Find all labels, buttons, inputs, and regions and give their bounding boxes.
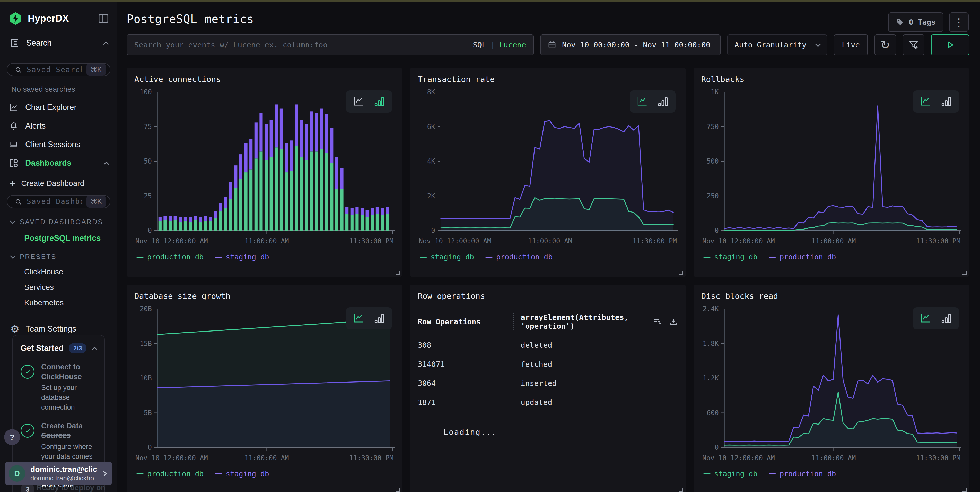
legend-swatch: [420, 257, 427, 257]
sidebar: HyperDX Search ⌘K No saved searches: [0, 2, 117, 492]
sidebar-item-services[interactable]: Services: [7, 276, 110, 292]
bar-chart-icon[interactable]: [940, 313, 952, 324]
sidebar-collapse-icon[interactable]: [97, 13, 110, 24]
svg-text:1K: 1K: [711, 88, 719, 96]
table-row[interactable]: 1871updated: [418, 398, 678, 407]
table-row[interactable]: 314071fetched: [418, 360, 678, 369]
tags-button[interactable]: 0 Tags: [888, 12, 943, 32]
progress-badge: 2/3: [69, 343, 86, 353]
saved-searches-input[interactable]: ⌘K: [7, 63, 110, 76]
svg-text:1.2K: 1.2K: [703, 374, 719, 382]
event-search-box[interactable]: SQL | Lucene: [127, 34, 534, 55]
event-search-input[interactable]: [134, 40, 469, 49]
get-started-item-connect[interactable]: Connect to ClickHouse Set up your databa…: [21, 362, 97, 412]
table-cell-count: 314071: [418, 360, 513, 369]
saved-dashboards-section[interactable]: SAVED DASHBOARDS: [7, 208, 110, 226]
sidebar-item-chart-explorer[interactable]: Chart Explorer: [7, 98, 110, 117]
granularity-select[interactable]: Auto Granularity: [727, 34, 827, 55]
sidebar-item-client-sessions[interactable]: Client Sessions: [7, 135, 110, 154]
table-row[interactable]: 308deleted: [418, 341, 678, 350]
resize-handle[interactable]: [396, 271, 400, 275]
svg-text:Nov 10 12:00:00 AM: Nov 10 12:00:00 AM: [419, 237, 491, 245]
table-card-row-operations: Row operations Row Operations arrayEleme…: [410, 284, 686, 492]
svg-text:0: 0: [148, 227, 152, 235]
bar-chart-icon[interactable]: [940, 96, 952, 107]
legend-item[interactable]: staging_db: [215, 253, 269, 261]
top-actions: 0 Tags ⋮: [888, 12, 969, 32]
main-content: PostgreSQL metrics 0 Tags ⋮ SQL | Lucene: [117, 2, 980, 492]
legend-item[interactable]: production_db: [769, 470, 836, 478]
legend-item[interactable]: staging_db: [703, 470, 758, 478]
table-column-count[interactable]: Row Operations: [418, 317, 513, 326]
line-chart-icon[interactable]: [353, 96, 365, 107]
svg-text:15B: 15B: [140, 340, 152, 348]
saved-dashboards-input[interactable]: ⌘K: [7, 195, 110, 208]
chart-type-toggle: [346, 307, 392, 329]
sidebar-item-dashboards[interactable]: Dashboards: [7, 154, 110, 173]
presets-section[interactable]: PRESETS: [7, 243, 110, 261]
table-body: 308deleted314071fetched3064inserted1871u…: [418, 341, 678, 407]
legend-item[interactable]: production_db: [485, 253, 552, 261]
live-button[interactable]: Live: [834, 34, 868, 55]
sidebar-item-search[interactable]: Search: [0, 34, 117, 55]
user-email: dominic.tran@clickho...: [30, 474, 97, 482]
svg-text:5B: 5B: [144, 409, 152, 417]
line-chart-icon[interactable]: [920, 313, 932, 324]
saved-dashboards-field[interactable]: [27, 197, 82, 206]
bar-chart-icon[interactable]: [657, 96, 669, 107]
check-circle-icon: [21, 424, 35, 438]
bar-chart-icon[interactable]: [374, 313, 385, 324]
resize-handle[interactable]: [679, 488, 683, 492]
get-started-header[interactable]: Get Started 2/3: [21, 343, 97, 353]
bar-chart-icon[interactable]: [374, 96, 385, 107]
line-chart-icon[interactable]: [920, 96, 932, 107]
svg-text:100: 100: [140, 88, 152, 96]
svg-text:50: 50: [144, 157, 152, 165]
date-range-picker[interactable]: Nov 10 00:00:00 - Nov 11 00:00:00: [541, 34, 721, 55]
sidebar-item-clickhouse[interactable]: ClickHouse: [7, 261, 110, 276]
line-chart-icon[interactable]: [636, 96, 648, 107]
resize-handle[interactable]: [396, 488, 400, 492]
legend-label: production_db: [147, 470, 204, 478]
svg-text:4K: 4K: [427, 157, 436, 165]
table-cell-operation: updated: [513, 398, 678, 407]
svg-text:750: 750: [707, 123, 719, 131]
resize-handle[interactable]: [963, 271, 967, 275]
dashboard-menu-button[interactable]: ⋮: [949, 12, 969, 32]
legend-item[interactable]: staging_db: [703, 253, 758, 261]
search-icon: [14, 66, 22, 73]
app-title: HyperDX: [28, 13, 69, 24]
saved-searches-field[interactable]: [27, 65, 82, 74]
help-button[interactable]: ?: [4, 429, 20, 445]
sql-toggle[interactable]: SQL: [473, 40, 486, 49]
legend-item[interactable]: production_db: [137, 253, 204, 261]
chevron-up-icon[interactable]: [104, 161, 109, 167]
download-icon[interactable]: [669, 317, 678, 326]
chevron-up-icon[interactable]: [103, 41, 108, 46]
chevron-up-icon[interactable]: [92, 347, 97, 352]
filter-button[interactable]: [903, 34, 924, 55]
sidebar-item-postgresql-metrics[interactable]: PostgreSQL metrics: [7, 226, 110, 243]
table-row[interactable]: 3064inserted: [418, 379, 678, 388]
line-chart-icon[interactable]: [353, 313, 365, 324]
table-column-operation[interactable]: arrayElement(Attributes, 'operation'): [513, 313, 647, 331]
legend-item[interactable]: staging_db: [215, 470, 269, 478]
refresh-button[interactable]: ↻: [875, 34, 896, 55]
create-dashboard-button[interactable]: + Create Dashboard: [7, 173, 110, 195]
legend-item[interactable]: production_db: [769, 253, 836, 261]
dashboard-grid: Active connections 0255075100Nov 10 12:0…: [127, 68, 969, 492]
sidebar-item-alerts[interactable]: Alerts: [7, 117, 110, 135]
sort-columns-icon[interactable]: [652, 317, 662, 326]
step-title: Create Data Sources: [41, 421, 97, 441]
run-query-button[interactable]: [931, 34, 969, 55]
sidebar-item-kubernetes[interactable]: Kubernetes: [7, 292, 110, 307]
sidebar-item-team-settings[interactable]: ⚙ Team Settings: [7, 307, 110, 335]
resize-handle[interactable]: [679, 271, 683, 275]
user-menu[interactable]: D dominic.tran@clic... dominic.tran@clic…: [5, 462, 113, 485]
lucene-toggle[interactable]: Lucene: [499, 40, 526, 49]
no-saved-searches-text: No saved searches: [7, 76, 110, 98]
resize-handle[interactable]: [963, 488, 967, 492]
legend-item[interactable]: production_db: [137, 470, 204, 478]
legend-item[interactable]: staging_db: [420, 253, 474, 261]
legend-label: staging_db: [226, 470, 269, 478]
